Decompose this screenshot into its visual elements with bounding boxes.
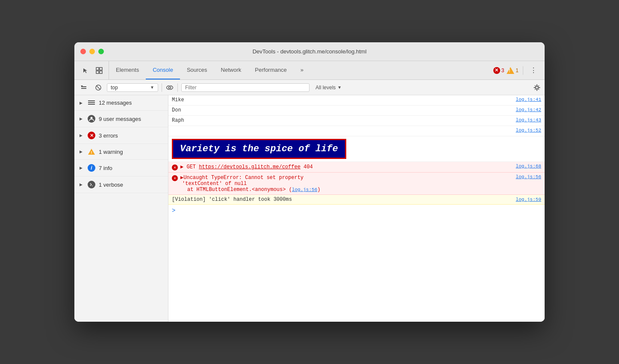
svg-rect-3 (100, 71, 102, 73)
toolbar-divider-3 (177, 83, 178, 92)
inner-log-link[interactable]: log.js:56 (292, 187, 317, 192)
expand-icon: ▶ (80, 150, 83, 154)
svg-rect-0 (96, 68, 99, 70)
toolbar-divider (523, 66, 523, 75)
sidebar-item-verbose[interactable]: ▶ 1 verbose (74, 176, 168, 193)
svg-rect-12 (88, 102, 95, 103)
console-prompt[interactable]: > (168, 205, 545, 217)
info-icon: i (88, 164, 95, 172)
error-row-get: ✕ ▶ GET https://devtools.glitch.me/coffe… (168, 162, 545, 173)
svg-rect-1 (100, 68, 102, 70)
violation-link[interactable]: log.js:59 (516, 197, 541, 202)
console-toolbar: top ▼ All levels ▼ (74, 80, 545, 95)
traffic-lights (80, 49, 104, 54)
prompt-icon: > (172, 207, 175, 214)
tab-more[interactable]: » (294, 61, 310, 79)
svg-rect-5 (81, 88, 86, 89)
sidebar-item-info[interactable]: ▶ i 7 info (74, 160, 168, 176)
expand-icon: ▶ (80, 101, 83, 105)
window-title: DevTools - devtools.glitch.me/console/lo… (253, 48, 367, 55)
error-badge[interactable]: ✕ 3 (493, 67, 504, 74)
minimize-button[interactable] (89, 49, 95, 54)
sidebar-item-all[interactable]: ▶ 12 messages (74, 95, 168, 111)
toolbar-left (76, 61, 109, 79)
sidebar-item-user[interactable]: ▶ 9 user messages (74, 111, 168, 127)
svg-rect-2 (96, 71, 99, 73)
log-link[interactable]: log.js:42 (516, 107, 541, 112)
svg-text:!: ! (91, 150, 92, 155)
variety-box: Variety is the spice of life (172, 139, 346, 159)
devtools-body: ▶ 12 messages ▶ 9 user messages (74, 95, 545, 322)
tab-elements[interactable]: Elements (109, 61, 146, 79)
log-link[interactable]: log.js:41 (516, 97, 541, 102)
tab-bar: Elements Console Sources Network Perform… (74, 61, 545, 80)
close-button[interactable] (80, 49, 86, 54)
block-icon[interactable] (92, 82, 104, 94)
context-dropdown-arrow: ▼ (150, 85, 154, 90)
verbose-icon (88, 181, 95, 188)
log-link[interactable]: log.js:68 (516, 164, 541, 169)
variety-row: Variety is the spice of life (168, 136, 545, 162)
console-row-raph: Raph log.js:43 (168, 116, 545, 126)
error-icon: ✕ (88, 132, 95, 139)
sidebar-item-warnings[interactable]: ▶ ! 1 warning (74, 144, 168, 160)
warning-badge[interactable]: 1 (507, 67, 519, 74)
levels-selector[interactable]: All levels ▼ (315, 85, 342, 91)
user-icon (88, 115, 95, 123)
inspect-icon[interactable] (93, 65, 105, 76)
context-selector[interactable]: top ▼ (107, 83, 158, 92)
tab-network[interactable]: Network (214, 61, 248, 79)
tab-performance[interactable]: Performance (248, 61, 293, 79)
log-link[interactable]: log.js:52 (516, 128, 541, 133)
svg-point-14 (91, 117, 93, 119)
collapse-icon[interactable] (78, 82, 90, 94)
warning-sidebar-icon: ! (88, 148, 95, 155)
svg-line-8 (97, 85, 100, 89)
list-icon (88, 100, 95, 106)
error-icon-sm: ✕ (172, 164, 178, 170)
variety-text: Variety is the spice of life (180, 144, 338, 154)
console-row-empty: log.js:52 (168, 126, 545, 136)
console-row-don: Don log.js:42 (168, 106, 545, 116)
svg-rect-13 (88, 104, 95, 105)
sidebar-item-errors[interactable]: ▶ ✕ 3 errors (74, 127, 168, 144)
more-menu-button[interactable]: ⋮ (528, 65, 539, 76)
error-url[interactable]: https://devtools.glitch.me/coffee (199, 164, 301, 170)
levels-arrow: ▼ (337, 85, 342, 90)
filter-input[interactable] (181, 83, 310, 92)
svg-rect-11 (88, 100, 95, 101)
badge-area: ✕ 3 1 ⋮ (493, 61, 543, 79)
error-row-typeerror: ✕ ▶Uncaught TypeError: Cannot set proper… (168, 173, 545, 195)
sidebar: ▶ 12 messages ▶ 9 user messages (74, 95, 168, 322)
cursor-icon[interactable] (80, 65, 91, 76)
warning-icon (507, 67, 514, 74)
console-row-mike: Mike log.js:41 (168, 95, 545, 106)
eye-icon[interactable] (165, 83, 174, 92)
console-output[interactable]: Mike log.js:41 Don log.js:42 Raph log.js… (168, 95, 545, 322)
toolbar-divider-2 (162, 83, 162, 92)
violation-row: [Violation] 'click' handler took 3000ms … (168, 195, 545, 205)
expand-icon: ▶ (80, 133, 83, 138)
expand-icon: ▶ (80, 182, 83, 187)
expand-icon: ▶ (80, 117, 83, 121)
svg-point-9 (169, 86, 171, 88)
maximize-button[interactable] (98, 49, 104, 54)
settings-icon[interactable] (533, 83, 541, 92)
tab-console[interactable]: Console (146, 61, 180, 79)
expand-icon: ▶ (80, 166, 83, 170)
error-badge-icon: ✕ (493, 67, 500, 74)
devtools-window: DevTools - devtools.glitch.me/console/lo… (74, 42, 545, 322)
log-link[interactable]: log.js:56 (516, 174, 541, 179)
error-icon-sm-2: ✕ (172, 175, 178, 181)
tab-sources[interactable]: Sources (180, 61, 214, 79)
log-link[interactable]: log.js:43 (516, 117, 541, 123)
title-bar: DevTools - devtools.glitch.me/console/lo… (74, 42, 545, 61)
